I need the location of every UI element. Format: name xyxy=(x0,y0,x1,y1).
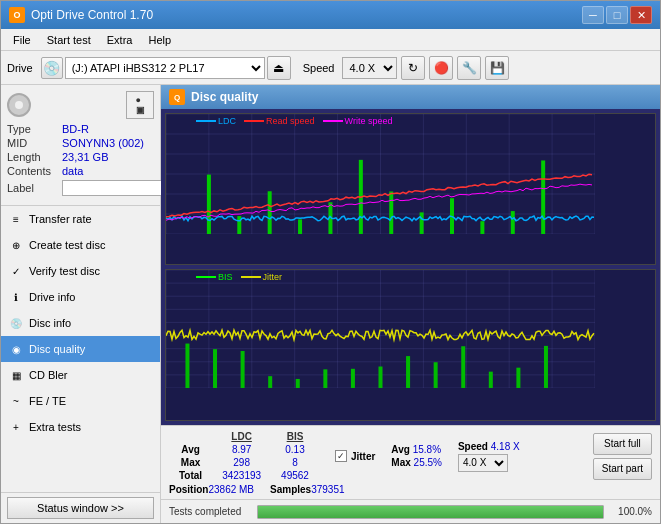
mid-value: SONYNN3 (002) xyxy=(62,137,144,149)
max-bis: 8 xyxy=(271,456,319,469)
main-content: ●▣ Type BD-R MID SONYNN3 (002) Length 23… xyxy=(1,85,660,523)
chart1-legend: LDC Read speed Write speed xyxy=(196,116,392,126)
drive-icon-btn[interactable]: 💿 xyxy=(41,57,63,79)
menu-extra[interactable]: Extra xyxy=(99,32,141,48)
jitter-section: ✓ Jitter xyxy=(335,450,375,462)
status-window-button[interactable]: Status window >> xyxy=(7,497,154,519)
start-full-button[interactable]: Start full xyxy=(593,433,652,455)
status-text: Tests completed xyxy=(169,506,249,517)
stats-table: LDC BIS Avg 8.97 0.13 Max 298 8 xyxy=(169,430,319,482)
samples-value: 379351 xyxy=(311,484,344,495)
progress-bar-fill xyxy=(258,506,603,518)
max-ldc: 298 xyxy=(212,456,271,469)
nav-verify-test-disc[interactable]: ✓ Verify test disc xyxy=(1,258,160,284)
create-test-disc-icon: ⊕ xyxy=(9,238,23,252)
position-value: 23862 MB xyxy=(208,484,254,495)
disc-icon xyxy=(7,93,31,117)
nav-disc-quality[interactable]: ◉ Disc quality xyxy=(1,336,160,362)
chart-ldc: LDC Read speed Write speed xyxy=(165,113,656,265)
sidebar: ●▣ Type BD-R MID SONYNN3 (002) Length 23… xyxy=(1,85,161,523)
avg-label: Avg xyxy=(169,443,212,456)
total-label: Total xyxy=(169,469,212,482)
window-title: Opti Drive Control 1.70 xyxy=(31,8,582,22)
type-label: Type xyxy=(7,123,62,135)
jitter-checkbox[interactable]: ✓ xyxy=(335,450,347,462)
fe-te-label: FE / TE xyxy=(29,395,66,407)
panel-header: Q Disc quality xyxy=(161,85,660,109)
close-button[interactable]: ✕ xyxy=(630,6,652,24)
nav-disc-info[interactable]: 💿 Disc info xyxy=(1,310,160,336)
drive-label: Drive xyxy=(7,62,33,74)
disc-quality-label: Disc quality xyxy=(29,343,85,355)
verify-test-disc-label: Verify test disc xyxy=(29,265,100,277)
label-label: Label xyxy=(7,182,62,194)
nav-drive-info[interactable]: ℹ Drive info xyxy=(1,284,160,310)
stats-row1: LDC BIS Avg 8.97 0.13 Max 298 8 xyxy=(169,430,652,482)
contents-value: data xyxy=(62,165,83,177)
disc-quality-icon: ◉ xyxy=(9,342,23,356)
jitter-avg-row: Avg 15.8% xyxy=(391,444,442,455)
app-icon: O xyxy=(9,7,25,23)
drive-info-icon: ℹ xyxy=(9,290,23,304)
drive-select[interactable]: (J:) ATAPI iHBS312 2 PL17 xyxy=(65,57,265,79)
extra-tests-icon: + xyxy=(9,420,23,434)
refresh-button[interactable]: ↻ xyxy=(401,56,425,80)
menu-file[interactable]: File xyxy=(5,32,39,48)
jitter-max-label: Max xyxy=(391,457,413,468)
settings-btn1[interactable]: 🔴 xyxy=(429,56,453,80)
action-buttons: Start full Start part xyxy=(593,433,652,480)
speed-stat-label: Speed xyxy=(458,441,491,452)
speed-stat-value: 4.18 X xyxy=(491,441,520,452)
nav-items: ≡ Transfer rate ⊕ Create test disc ✓ Ver… xyxy=(1,206,160,492)
drive-info-label: Drive info xyxy=(29,291,75,303)
start-part-button[interactable]: Start part xyxy=(593,458,652,480)
chart2-legend: BIS Jitter xyxy=(196,272,282,282)
progress-bar-wrapper xyxy=(257,505,604,519)
total-bis: 49562 xyxy=(271,469,319,482)
disc-type-badge[interactable]: ●▣ xyxy=(126,91,154,119)
minimize-button[interactable]: ─ xyxy=(582,6,604,24)
jitter-avg-label: Avg xyxy=(391,444,412,455)
menu-help[interactable]: Help xyxy=(140,32,179,48)
legend-bis: BIS xyxy=(196,272,233,282)
transfer-rate-icon: ≡ xyxy=(9,212,23,226)
right-panel: Q Disc quality LDC Read speed xyxy=(161,85,660,523)
cd-bler-label: CD Bler xyxy=(29,369,68,381)
position-label: Position xyxy=(169,484,208,495)
legend-ldc: LDC xyxy=(196,116,236,126)
ldc-header: LDC xyxy=(212,430,271,443)
create-test-disc-label: Create test disc xyxy=(29,239,105,251)
legend-write-speed: Write speed xyxy=(323,116,393,126)
stats-area: LDC BIS Avg 8.97 0.13 Max 298 8 xyxy=(161,425,660,499)
title-buttons: ─ □ ✕ xyxy=(582,6,652,24)
jitter-max-value: 25.5% xyxy=(414,457,442,468)
nav-create-test-disc[interactable]: ⊕ Create test disc xyxy=(1,232,160,258)
eject-button[interactable]: ⏏ xyxy=(267,56,291,80)
progress-bar-container: Tests completed 100.0% xyxy=(161,499,660,523)
main-window: O Opti Drive Control 1.70 ─ □ ✕ File Sta… xyxy=(0,0,661,524)
type-value: BD-R xyxy=(62,123,89,135)
save-button[interactable]: 💾 xyxy=(485,56,509,80)
progress-percentage: 100.0% xyxy=(612,506,652,517)
legend-read-speed: Read speed xyxy=(244,116,315,126)
speed-label: Speed xyxy=(303,62,335,74)
avg-bis: 0.13 xyxy=(271,443,319,456)
nav-transfer-rate[interactable]: ≡ Transfer rate xyxy=(1,206,160,232)
disc-contents-row: Contents data xyxy=(7,165,154,177)
chart1-canvas xyxy=(166,114,595,234)
speed-section: Speed 4.18 X 4.0 X xyxy=(458,441,520,472)
maximize-button[interactable]: □ xyxy=(606,6,628,24)
verify-test-disc-icon: ✓ xyxy=(9,264,23,278)
speed-select-stats[interactable]: 4.0 X xyxy=(458,454,508,472)
nav-fe-te[interactable]: ~ FE / TE xyxy=(1,388,160,414)
disc-info-panel: ●▣ Type BD-R MID SONYNN3 (002) Length 23… xyxy=(1,85,160,206)
settings-btn2[interactable]: 🔧 xyxy=(457,56,481,80)
mid-label: MID xyxy=(7,137,62,149)
nav-cd-bler[interactable]: ▦ CD Bler xyxy=(1,362,160,388)
speed-select[interactable]: 4.0 X xyxy=(342,57,397,79)
chart2-canvas xyxy=(166,270,595,388)
menu-bar: File Start test Extra Help xyxy=(1,29,660,51)
menu-start-test[interactable]: Start test xyxy=(39,32,99,48)
nav-extra-tests[interactable]: + Extra tests xyxy=(1,414,160,440)
legend-jitter: Jitter xyxy=(241,272,283,282)
